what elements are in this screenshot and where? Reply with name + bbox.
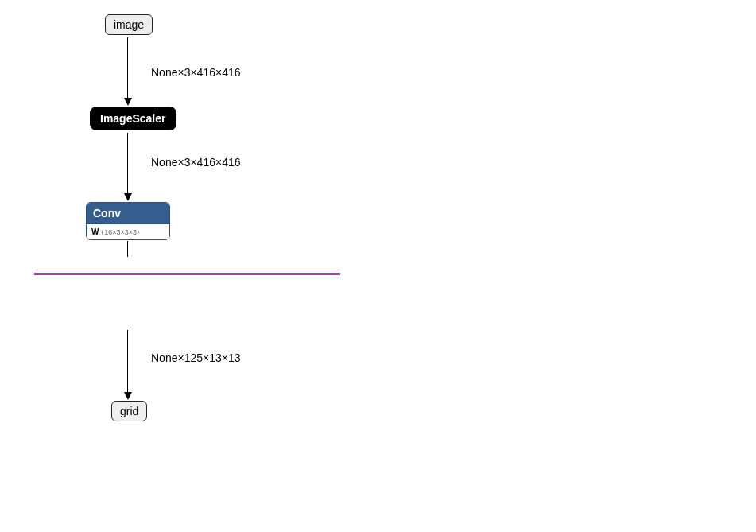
edge-3-label: None×125×13×13 (151, 351, 241, 364)
edge-1-line (127, 37, 128, 99)
edge-3-line (127, 330, 128, 394)
edge-1-arrowhead (124, 98, 132, 106)
output-node-grid[interactable]: grid (111, 401, 147, 421)
edge-3-arrowhead (124, 392, 132, 400)
conv-param-name: W (91, 227, 99, 236)
output-node-label: grid (120, 405, 138, 417)
op-node-imagescaler[interactable]: ImageScaler (90, 107, 176, 130)
edge-1-label: None×3×416×416 (151, 66, 241, 79)
input-node-image[interactable]: image (105, 14, 153, 35)
edge-2-line (127, 133, 128, 195)
conv-node-params: W ⟨16×3×3×3⟩ (87, 224, 169, 239)
op-node-label: ImageScaler (100, 112, 166, 125)
op-node-conv[interactable]: Conv W ⟨16×3×3×3⟩ (86, 202, 170, 240)
conv-node-title: Conv (87, 203, 169, 224)
edge-2-arrowhead (124, 193, 132, 201)
edge-conv-out-line (127, 241, 128, 257)
conv-param-dims: ⟨16×3×3×3⟩ (101, 228, 140, 236)
input-node-label: image (114, 18, 144, 31)
section-divider (34, 273, 340, 275)
edge-2-label: None×3×416×416 (151, 156, 241, 169)
